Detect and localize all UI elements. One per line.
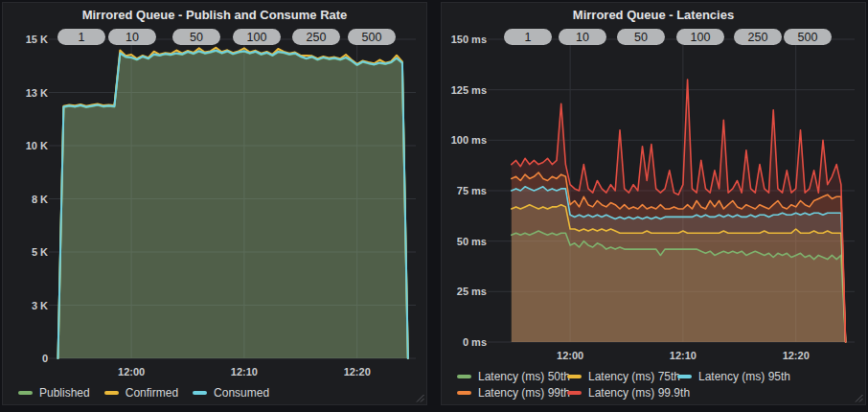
annotation-pill-1[interactable]: 1	[504, 29, 552, 45]
legend-label: Consumed	[214, 386, 269, 400]
legend-label: Latency (ms) 99.9th	[588, 386, 690, 400]
x-tick-label: 12:00	[557, 350, 583, 361]
legend-item[interactable]: Latency (ms) 75th	[567, 370, 677, 383]
legend-label: Published	[39, 386, 90, 400]
panel-title[interactable]: Mirrored Queue - Publish and Consume Rat…	[3, 3, 426, 28]
annotation-pill-50[interactable]: 50	[172, 29, 220, 45]
x-tick-label: 12:10	[231, 366, 258, 378]
legend-swatch	[567, 375, 582, 378]
legend-label: Latency (ms) 99th	[478, 386, 570, 400]
legend-label: Latency (ms) 75th	[588, 370, 680, 383]
panel-body: 0 ms25 ms50 ms75 ms100 ms125 ms150 ms12:…	[442, 28, 865, 404]
legend-swatch	[457, 375, 471, 378]
y-tick-label: 100 ms	[451, 134, 487, 146]
legend-item[interactable]: Consumed	[193, 386, 269, 400]
legend-swatch	[567, 391, 582, 395]
legend-label: Latency (ms) 95th	[698, 370, 790, 383]
y-tick-label: 125 ms	[451, 84, 487, 96]
x-tick-label: 12:20	[344, 366, 371, 378]
legend-swatch	[104, 391, 119, 395]
panel-body: 03 K5 K8 K10 K13 K15 K12:0012:1012:20 11…	[3, 28, 426, 404]
legend-item[interactable]: Latency (ms) 99th	[457, 386, 567, 400]
panel-latencies: Mirrored Queue - Latencies 0 ms25 ms50 m…	[441, 2, 866, 405]
y-tick-label: 10 K	[26, 140, 48, 151]
panel-resize-handle[interactable]	[854, 393, 863, 402]
legend-item[interactable]: Published	[18, 386, 90, 400]
annotation-pill-250[interactable]: 250	[292, 29, 340, 45]
y-tick-label: 75 ms	[457, 185, 487, 196]
y-tick-label: 150 ms	[451, 34, 487, 45]
x-tick-label: 12:00	[118, 366, 145, 378]
y-tick-label: 15 K	[26, 34, 48, 45]
y-tick-label: 50 ms	[457, 236, 487, 247]
annotation-pill-10[interactable]: 10	[559, 29, 606, 45]
annotation-pill-100[interactable]: 100	[676, 29, 724, 45]
y-tick-label: 0 ms	[463, 336, 487, 348]
y-tick-label: 0	[42, 353, 48, 364]
panel-resize-handle[interactable]	[415, 393, 424, 402]
dashboard: Mirrored Queue - Publish and Consume Rat…	[0, 0, 868, 407]
legend-item[interactable]: Latency (ms) 95th	[677, 370, 788, 383]
y-tick-label: 13 K	[26, 87, 48, 99]
latencies-chart[interactable]: 0 ms25 ms50 ms75 ms100 ms125 ms150 ms12:…	[442, 28, 865, 404]
y-tick-label: 25 ms	[457, 286, 487, 297]
y-tick-label: 5 K	[32, 246, 48, 258]
y-tick-label: 3 K	[32, 300, 48, 311]
annotation-pill-10[interactable]: 10	[108, 29, 156, 45]
legend-swatch	[457, 391, 471, 395]
legend-label: Confirmed	[126, 386, 178, 400]
legend-item[interactable]: Confirmed	[104, 386, 178, 400]
publish-consume-chart[interactable]: 03 K5 K8 K10 K13 K15 K12:0012:1012:20	[3, 28, 426, 404]
legend-item[interactable]: Latency (ms) 99.9th	[567, 386, 677, 400]
x-tick-label: 12:10	[670, 350, 697, 361]
annotation-pills: 11050100250500	[3, 29, 426, 46]
annotation-pill-100[interactable]: 100	[233, 29, 281, 45]
annotation-pill-500[interactable]: 500	[348, 29, 396, 45]
chart-legend: Latency (ms) 50thLatency (ms) 75thLatenc…	[457, 368, 857, 401]
y-tick-label: 8 K	[32, 194, 48, 205]
legend-item[interactable]: Latency (ms) 50th	[457, 370, 567, 383]
legend-swatch	[677, 375, 692, 378]
panel-title[interactable]: Mirrored Queue - Latencies	[442, 3, 865, 28]
legend-swatch	[18, 391, 33, 395]
legend-swatch	[193, 391, 207, 395]
panel-publish-consume-rate: Mirrored Queue - Publish and Consume Rat…	[2, 2, 427, 405]
chart-legend: PublishedConfirmedConsumed	[18, 384, 419, 401]
annotation-pill-250[interactable]: 250	[734, 29, 782, 45]
annotation-pill-500[interactable]: 500	[784, 29, 832, 45]
annotation-pill-50[interactable]: 50	[617, 29, 665, 45]
annotation-pill-1[interactable]: 1	[57, 29, 105, 45]
legend-label: Latency (ms) 50th	[478, 370, 570, 383]
x-tick-label: 12:20	[783, 350, 810, 361]
